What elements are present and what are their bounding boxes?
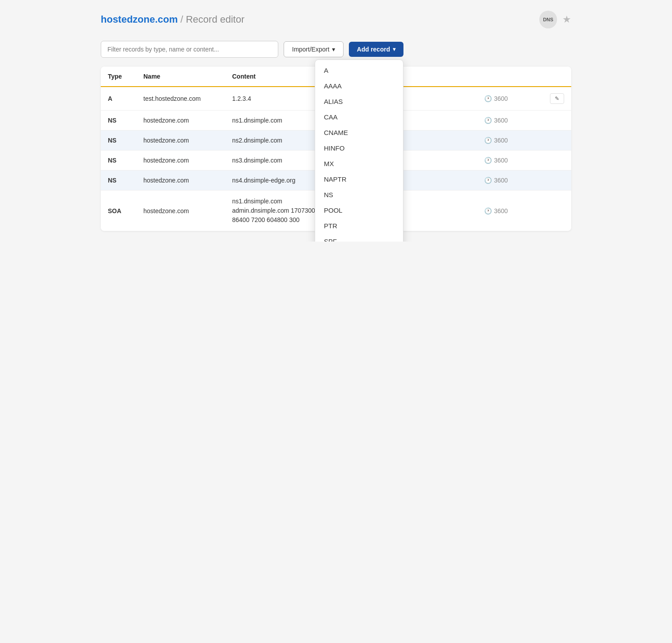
- col-type: Type: [108, 73, 143, 80]
- header-title: hostedzone.com / Record editor: [101, 14, 245, 25]
- clock-icon: 🕐: [484, 117, 492, 124]
- record-name: hostedzone.com: [143, 117, 232, 124]
- record-name: hostedzone.com: [143, 207, 232, 214]
- clock-icon: 🕐: [484, 207, 492, 214]
- star-icon[interactable]: ★: [562, 14, 571, 25]
- dropdown-item-spf[interactable]: SPF: [315, 234, 403, 242]
- breadcrumb-sep: /: [181, 14, 183, 25]
- dropdown-item-aaaa[interactable]: AAAA: [315, 78, 403, 94]
- page-title: Record editor: [186, 14, 245, 25]
- edit-record-button[interactable]: ✎: [550, 93, 564, 104]
- toolbar: Import/Export ▾ Add record ▾ AAAAAALIASC…: [101, 41, 571, 58]
- record-name: hostedzone.com: [143, 137, 232, 144]
- record-ttl: 🕐 3600: [484, 157, 538, 164]
- dropdown-item-pool[interactable]: POOL: [315, 202, 403, 218]
- record-type: SOA: [108, 207, 143, 214]
- add-record-dropdown-menu: AAAAAALIASCAACNAMEHINFOMXNAPTRNSPOOLPTRS…: [315, 60, 403, 242]
- col-ttl: [484, 73, 538, 80]
- brand-link[interactable]: hostedzone.com: [101, 14, 178, 25]
- dropdown-item-ns[interactable]: NS: [315, 187, 403, 202]
- dns-badge[interactable]: DNS: [539, 11, 557, 28]
- filter-input[interactable]: [101, 41, 278, 58]
- record-ttl: 🕐 3600: [484, 177, 538, 184]
- dropdown-item-cname[interactable]: CNAME: [315, 125, 403, 140]
- page-container: hostedzone.com / Record editor DNS ★ Imp…: [92, 0, 580, 242]
- header-actions: DNS ★: [539, 11, 571, 28]
- record-ttl: 🕐 3600: [484, 207, 538, 214]
- clock-icon: 🕐: [484, 95, 492, 102]
- record-name: hostedzone.com: [143, 177, 232, 184]
- record-type: NS: [108, 177, 143, 184]
- dropdown-item-alias[interactable]: ALIAS: [315, 94, 403, 109]
- clock-icon: 🕐: [484, 137, 492, 144]
- record-ttl: 🕐 3600: [484, 95, 538, 102]
- col-name: Name: [143, 73, 232, 80]
- add-record-button[interactable]: Add record ▾: [349, 42, 403, 57]
- add-record-arrow-icon: ▾: [393, 46, 395, 52]
- clock-icon: 🕐: [484, 157, 492, 164]
- add-record-dropdown-wrapper: Add record ▾ AAAAAALIASCAACNAMEHINFOMXNA…: [349, 42, 403, 57]
- dropdown-item-ptr[interactable]: PTR: [315, 218, 403, 234]
- record-actions: ✎: [538, 93, 564, 104]
- record-name: hostedzone.com: [143, 157, 232, 164]
- dropdown-item-hinfo[interactable]: HINFO: [315, 140, 403, 156]
- import-export-label: Import/Export: [292, 46, 329, 53]
- dropdown-item-a[interactable]: A: [315, 63, 403, 78]
- record-type: NS: [108, 157, 143, 164]
- record-ttl: 🕐 3600: [484, 137, 538, 144]
- record-name: test.hostedzone.com: [143, 95, 232, 102]
- col-actions: [538, 73, 564, 80]
- dropdown-item-caa[interactable]: CAA: [315, 109, 403, 125]
- add-record-label: Add record: [357, 46, 390, 53]
- clock-icon: 🕐: [484, 177, 492, 184]
- record-type: NS: [108, 117, 143, 124]
- record-ttl: 🕐 3600: [484, 117, 538, 124]
- dropdown-item-mx[interactable]: MX: [315, 156, 403, 171]
- record-type: A: [108, 95, 143, 102]
- record-type: NS: [108, 137, 143, 144]
- header: hostedzone.com / Record editor DNS ★: [101, 11, 571, 28]
- import-export-arrow-icon: ▾: [332, 46, 335, 53]
- import-export-button[interactable]: Import/Export ▾: [284, 41, 344, 57]
- dropdown-item-naptr[interactable]: NAPTR: [315, 171, 403, 187]
